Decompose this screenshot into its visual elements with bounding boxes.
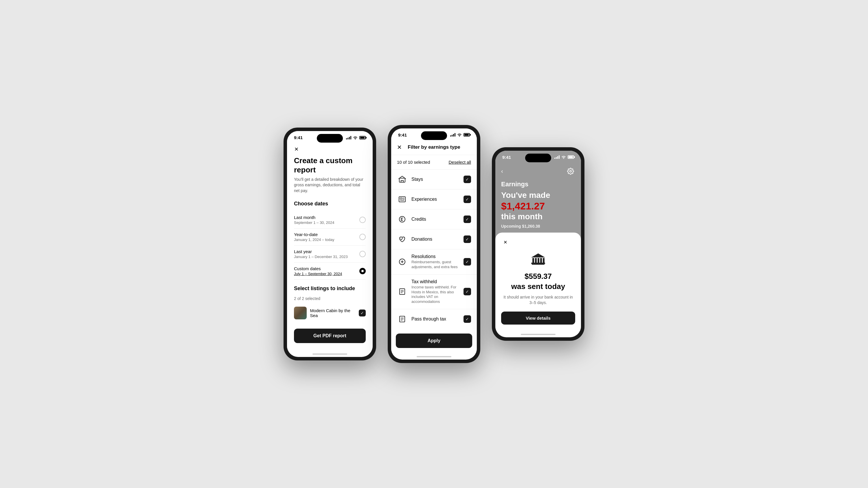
phone-3: 9:41 ‹ [492,147,585,341]
filter-item-donations[interactable]: Donations ✓ [391,229,477,249]
svg-rect-23 [531,263,545,264]
back-button[interactable]: ‹ [501,168,503,174]
battery-2 [464,133,470,136]
experiences-icon [397,194,407,204]
screen-1: ✕ Create a custom report You'll get a de… [287,144,373,350]
filter-close-button[interactable]: ✕ [397,144,402,151]
filter-count: 10 of 10 selected [397,160,430,165]
status-bar-2: 9:41 [391,128,477,140]
credits-label: Credits [411,217,464,222]
bank-icon [530,251,546,267]
svg-rect-2 [400,198,402,199]
listings-heading: Select listings to include [294,286,366,292]
tax-checkbox[interactable]: ✓ [464,288,471,295]
signal-bars-1 [346,136,351,139]
listings-count: 2 of 2 selected [294,296,366,301]
radio-2[interactable] [359,251,366,257]
svg-rect-19 [537,258,539,263]
earnings-text: You've made $1,421.27 this month [501,190,575,222]
donations-icon [397,234,407,245]
listings-section: Select listings to include 2 of 2 select… [294,286,366,322]
filter-item-pass-tax[interactable]: Pass through tax ✓ [391,309,477,329]
dynamic-island-3 [525,154,551,162]
wifi-icon-1 [353,136,358,139]
get-pdf-button[interactable]: Get PDF report [294,329,366,343]
filter-item-resolutions[interactable]: Resolutions Reimbursements, guest adjust… [391,249,477,274]
radio-3[interactable] [359,268,366,274]
pass-tax-checkbox[interactable]: ✓ [464,315,471,323]
status-bar-1: 9:41 [287,131,373,142]
report-subtitle: You'll get a detailed breakdown of your … [294,177,366,194]
earnings-amount: $1,421.27 [501,200,545,212]
experiences-label: Experiences [411,197,464,202]
signal-bars-3 [554,155,560,159]
status-icons-1 [346,136,366,139]
listing-checkbox[interactable]: ✓ [359,310,366,317]
filter-item-stays[interactable]: Stays ✓ [391,169,477,189]
status-icons-2 [450,133,470,136]
home-indicator-1 [312,354,347,355]
earnings-label: Earnings [501,181,575,188]
filter-item-experiences[interactable]: Experiences ✓ [391,189,477,209]
phone-1: 9:41 ✕ Create a custom repor [283,128,376,360]
date-range-1: January 1, 2024 – today [294,237,335,242]
radio-0[interactable] [359,217,366,223]
home-indicator-3 [521,334,556,335]
credits-checkbox[interactable]: ✓ [464,216,471,223]
wifi-icon-2 [457,133,462,136]
payment-description: It should arrive in your bank account in… [501,294,575,306]
upcoming-amount: $1,260.38 [522,224,540,229]
experiences-checkbox[interactable]: ✓ [464,196,471,203]
filter-item-credits[interactable]: Credits ✓ [391,209,477,229]
stays-checkbox[interactable]: ✓ [464,175,471,183]
status-time-2: 9:41 [398,132,407,137]
filter-title: Filter by earnings type [408,144,460,150]
dynamic-island-2 [421,131,447,140]
filter-header: ✕ Filter by earnings type [391,140,477,155]
apply-button[interactable]: Apply [396,333,472,348]
svg-marker-22 [531,253,545,257]
dates-heading: Choose dates [294,201,366,207]
filter-item-tax[interactable]: Tax withheld Income taxes withheld. For … [391,274,477,309]
earnings-nav: ‹ [501,167,575,176]
battery-3 [568,155,574,159]
modal-close-button[interactable]: ✕ [501,238,509,247]
resolutions-sublabel: Reimbursements, guest adjustments, and e… [411,260,464,270]
deselect-all-button[interactable]: Deselect all [448,160,471,165]
tax-sublabel: Income taxes withheld. For Hosts in Mexi… [411,285,464,304]
date-option-0[interactable]: Last month September 1 – 30, 2024 [294,212,366,229]
wifi-icon-3 [561,155,566,159]
svg-point-6 [399,216,405,222]
listing-item[interactable]: Modern Cabin by the Sea ✓ [294,304,366,322]
payment-sent: was sent today [501,282,575,291]
status-icons-3 [554,155,574,159]
phone-2: 9:41 ✕ Filter by earnings t [388,125,480,363]
made-text: You've made [501,191,550,200]
date-label-3: Custom dates [294,266,342,271]
status-time-3: 9:41 [502,155,511,160]
pass-tax-label: Pass through tax [411,317,464,322]
pass-tax-icon [397,314,407,324]
resolutions-label: Resolutions [411,254,464,259]
settings-button[interactable] [566,167,575,176]
bank-icon-container [501,251,575,267]
date-option-2[interactable]: Last year January 1 – December 31, 2023 [294,246,366,263]
date-label-2: Last year [294,249,348,254]
tax-label: Tax withheld [411,279,464,284]
svg-point-16 [570,170,571,172]
date-range-3: July 1 – September 30, 2024 [294,272,342,276]
earnings-upcoming: Upcoming $1,260.38 [501,224,575,229]
status-time-1: 9:41 [294,135,303,140]
stays-icon [397,174,407,185]
resolutions-checkbox[interactable]: ✓ [464,258,471,265]
date-option-3[interactable]: Custom dates July 1 – September 30, 2024 [294,263,366,280]
view-details-button[interactable]: View details [501,312,575,325]
donations-checkbox[interactable]: ✓ [464,235,471,243]
resolutions-icon [397,257,407,267]
radio-1[interactable] [359,234,366,240]
close-button-1[interactable]: ✕ [292,144,301,154]
date-option-1[interactable]: Year-to-date January 1, 2024 – today [294,229,366,246]
tax-icon [397,286,407,297]
svg-rect-24 [532,264,545,265]
screen-2: ✕ Filter by earnings type 10 of 10 selec… [391,140,477,353]
